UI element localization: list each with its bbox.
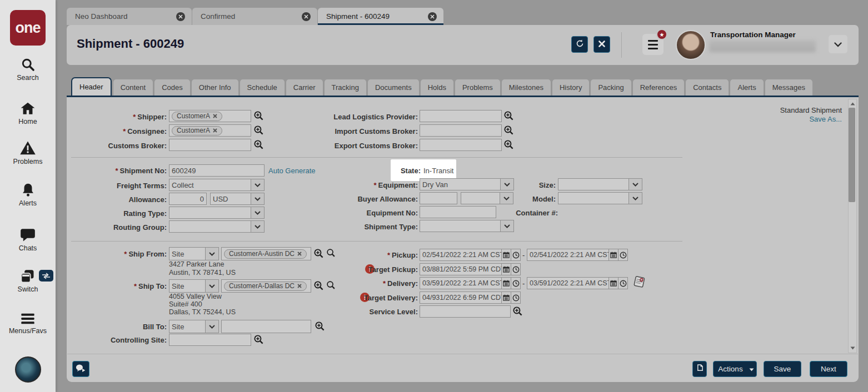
tab-schedule[interactable]: Schedule xyxy=(240,79,285,96)
scroll-up-icon[interactable] xyxy=(849,100,856,108)
sidebar-item-alerts[interactable]: Alerts xyxy=(0,182,56,207)
clock-icon[interactable] xyxy=(511,249,521,261)
tab-other-info[interactable]: Other Info xyxy=(192,79,238,96)
pickup-to-input[interactable]: 02/541/2022 2:21 AM CST xyxy=(527,249,609,261)
tab-problems[interactable]: Problems xyxy=(455,79,500,96)
calendar-icon[interactable] xyxy=(501,277,511,289)
zoom-in-icon[interactable] xyxy=(503,125,514,138)
controlling-site-input[interactable] xyxy=(169,334,251,346)
zoom-in-icon[interactable] xyxy=(313,248,324,261)
bill-to-input[interactable] xyxy=(221,320,311,333)
zoom-in-icon[interactable] xyxy=(503,110,514,123)
lead-logistics-provider-input[interactable] xyxy=(420,110,502,122)
sidebar-item-search[interactable]: Search xyxy=(0,57,56,82)
clock-icon[interactable] xyxy=(511,263,521,275)
tab-history[interactable]: History xyxy=(552,79,589,96)
calendar-icon[interactable] xyxy=(608,249,618,261)
import-customs-broker-input[interactable] xyxy=(420,124,502,137)
sidebar-item-home[interactable]: Home xyxy=(0,101,56,125)
clock-icon[interactable] xyxy=(618,249,628,261)
zoom-in-icon[interactable] xyxy=(315,321,325,334)
assistant-avatar[interactable] xyxy=(15,356,41,383)
ship-to-input[interactable]: CustomerA-Dallas DC xyxy=(221,279,311,293)
shipment-type-select[interactable] xyxy=(420,220,514,232)
rating-type-select[interactable] xyxy=(169,207,265,219)
close-icon[interactable] xyxy=(428,12,437,21)
zoom-in-icon[interactable] xyxy=(313,280,324,293)
tab-references[interactable]: References xyxy=(633,79,684,96)
bill-to-site-type-select[interactable]: Site xyxy=(169,320,219,333)
clock-icon[interactable] xyxy=(511,277,521,289)
tab-documents[interactable]: Documents xyxy=(368,79,419,96)
window-tab-shipment[interactable]: Shipment - 600249 xyxy=(318,8,443,25)
export-customs-broker-input[interactable] xyxy=(420,139,502,151)
tab-packing[interactable]: Packing xyxy=(591,79,631,96)
equipment-no-input[interactable] xyxy=(420,206,496,218)
ship-from-input[interactable]: CustomerA-Austin DC xyxy=(221,247,311,260)
save-as-link[interactable]: Save As... xyxy=(722,115,842,123)
window-tab-neo-dashboard[interactable]: Neo Dashboard xyxy=(67,8,192,25)
tab-alerts[interactable]: Alerts xyxy=(730,79,763,96)
zoom-in-icon[interactable] xyxy=(503,139,514,152)
calendar-icon[interactable] xyxy=(501,263,511,275)
scroll-down-icon[interactable] xyxy=(849,344,856,352)
copy-document-button[interactable] xyxy=(692,361,707,377)
shipper-input[interactable]: CustomerA xyxy=(169,110,251,122)
size-select[interactable] xyxy=(558,178,642,190)
remove-icon[interactable] xyxy=(213,128,217,133)
tab-tracking[interactable]: Tracking xyxy=(325,79,366,96)
sidebar-item-chats[interactable]: Chats xyxy=(0,228,56,252)
save-button[interactable]: Save xyxy=(764,361,801,377)
calendar-icon[interactable] xyxy=(501,249,511,261)
model-select[interactable] xyxy=(558,192,642,204)
delivery-from-input[interactable]: 03/591/2022 2:21 AM CST xyxy=(420,277,502,289)
target-pickup-input[interactable]: 03/881/2022 5:59 PM CDT xyxy=(420,263,502,275)
zoom-in-icon[interactable] xyxy=(253,334,264,347)
tab-content[interactable]: Content xyxy=(113,79,153,96)
window-tab-confirmed[interactable]: Confirmed xyxy=(192,8,317,25)
freight-terms-select[interactable]: Collect xyxy=(169,179,265,191)
remove-icon[interactable] xyxy=(213,114,217,118)
close-icon[interactable] xyxy=(302,12,311,21)
auto-generate-link[interactable]: Auto Generate xyxy=(268,167,316,175)
calendar-icon[interactable] xyxy=(608,277,618,289)
zoom-in-icon[interactable] xyxy=(512,306,523,319)
service-level-input[interactable] xyxy=(420,305,511,318)
tab-codes[interactable]: Codes xyxy=(154,79,190,96)
user-dropdown-button[interactable] xyxy=(829,35,847,53)
calendar-icon[interactable] xyxy=(501,292,511,304)
pickup-from-input[interactable]: 02/541/2022 2:21 AM CST xyxy=(420,249,502,261)
consignee-input[interactable]: CustomerA xyxy=(169,124,251,137)
zoom-in-icon[interactable] xyxy=(253,139,264,152)
refresh-button[interactable] xyxy=(571,36,588,53)
tab-milestones[interactable]: Milestones xyxy=(502,79,551,96)
buyer-allowance-input[interactable] xyxy=(420,192,457,204)
routing-group-select[interactable] xyxy=(169,220,265,233)
search-icon[interactable] xyxy=(326,280,336,292)
remove-icon[interactable] xyxy=(297,284,302,288)
switch-badge-icon[interactable] xyxy=(39,270,53,282)
zoom-in-icon[interactable] xyxy=(253,110,264,123)
target-delivery-input[interactable]: 04/931/2022 6:59 PM CDT xyxy=(420,292,502,304)
search-icon[interactable] xyxy=(326,248,336,260)
tab-messages[interactable]: Messages xyxy=(765,79,812,96)
sidebar-item-problems[interactable]: Problems xyxy=(0,140,56,165)
allowance-currency-select[interactable]: USD xyxy=(210,193,265,205)
delivery-to-input[interactable]: 03/591/2022 2:21 AM CST xyxy=(527,277,609,289)
tab-contacts[interactable]: Contacts xyxy=(686,79,729,96)
tab-holds[interactable]: Holds xyxy=(421,79,453,96)
remove-icon[interactable] xyxy=(297,252,302,256)
close-icon[interactable] xyxy=(176,12,185,21)
ship-from-site-type-select[interactable]: Site xyxy=(169,247,219,260)
scrollbar-thumb[interactable] xyxy=(849,108,855,202)
allowance-input[interactable]: 0 xyxy=(169,193,207,205)
customs-broker-input[interactable] xyxy=(169,139,251,151)
next-button[interactable]: Next xyxy=(810,361,847,377)
avatar[interactable] xyxy=(676,30,706,60)
shipment-no-input[interactable]: 600249 xyxy=(169,164,265,177)
clock-icon[interactable] xyxy=(511,292,521,304)
one-network-logo[interactable]: one xyxy=(10,10,46,46)
ship-to-site-type-select[interactable]: Site xyxy=(169,279,219,293)
clock-icon[interactable] xyxy=(618,277,628,289)
tab-header[interactable]: Header xyxy=(71,77,112,96)
